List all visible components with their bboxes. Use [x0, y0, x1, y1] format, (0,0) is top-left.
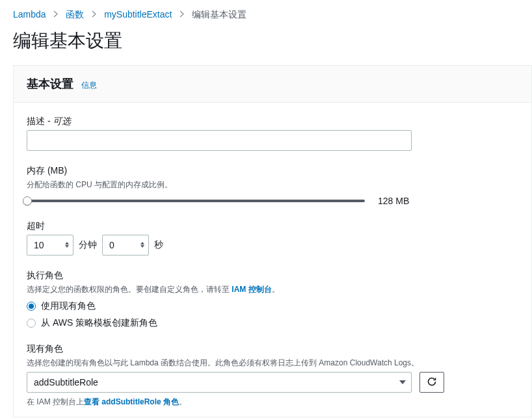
description-label: 描述 - 可选 [27, 116, 518, 127]
radio-use-existing-label: 使用现有角色 [41, 300, 96, 312]
timeout-field: 超时 10 分钟 0 秒 [27, 220, 518, 256]
chevron-right-icon [180, 10, 184, 18]
memory-field: 内存 (MB) 分配给函数的 CPU 与配置的内存成比例。 128 MB [27, 165, 518, 206]
memory-slider[interactable] [27, 200, 365, 202]
radio-create-from-template-label: 从 AWS 策略模板创建新角色 [41, 317, 157, 329]
description-input[interactable] [27, 130, 412, 151]
breadcrumb-function-name[interactable]: mySubtitleExtact [104, 9, 172, 20]
memory-desc: 分配给函数的 CPU 与配置的内存成比例。 [27, 179, 518, 190]
breadcrumb-lambda[interactable]: Lambda [13, 9, 46, 20]
refresh-button[interactable] [419, 372, 444, 393]
radio-icon-selected [27, 302, 36, 311]
refresh-icon [427, 376, 437, 389]
panel-title: 基本设置 [27, 76, 73, 92]
timeout-minutes-input[interactable]: 10 [27, 235, 73, 256]
existing-role-field: 现有角色 选择您创建的现有角色以与此 Lambda 函数结合使用。此角色必须有权… [27, 343, 518, 408]
panel-header: 基本设置 信息 [14, 66, 531, 103]
execution-role-field: 执行角色 选择定义您的函数权限的角色。要创建自定义角色，请转至 IAM 控制台。… [27, 270, 518, 329]
minutes-decrement[interactable] [65, 245, 69, 248]
timeout-label: 超时 [27, 220, 518, 232]
memory-slider-thumb[interactable] [23, 196, 32, 205]
minutes-unit: 分钟 [79, 239, 97, 251]
breadcrumb: Lambda 函数 mySubtitleExtact 编辑基本设置 [0, 0, 532, 26]
existing-role-label: 现有角色 [27, 343, 518, 355]
radio-create-from-template[interactable]: 从 AWS 策略模板创建新角色 [27, 317, 518, 329]
existing-role-desc: 选择您创建的现有角色以与此 Lambda 函数结合使用。此角色必须有权将日志上传… [27, 358, 518, 369]
view-role-link[interactable]: 查看 addSubtitleRole 角色 [84, 397, 179, 406]
timeout-seconds-input[interactable]: 0 [102, 235, 149, 256]
iam-console-link[interactable]: IAM 控制台 [232, 285, 271, 294]
radio-use-existing-role[interactable]: 使用现有角色 [27, 300, 518, 312]
memory-label: 内存 (MB) [27, 165, 518, 177]
chevron-down-icon [399, 380, 406, 384]
chevron-right-icon [53, 10, 58, 18]
seconds-increment[interactable] [140, 242, 144, 244]
description-field: 描述 - 可选 [27, 116, 518, 151]
breadcrumb-functions[interactable]: 函数 [66, 9, 84, 20]
timeout-minutes-value: 10 [34, 240, 44, 250]
execution-role-desc: 选择定义您的函数权限的角色。要创建自定义角色，请转至 IAM 控制台。 [27, 284, 518, 295]
existing-role-selected-value: addSubtitleRole [34, 377, 98, 387]
page-title: 编辑基本设置 [0, 26, 532, 65]
breadcrumb-current: 编辑基本设置 [192, 9, 246, 20]
minutes-increment[interactable] [65, 242, 69, 244]
memory-value: 128 MB [378, 196, 409, 206]
timeout-seconds-value: 0 [109, 240, 114, 250]
execution-role-label: 执行角色 [27, 270, 518, 282]
chevron-right-icon [92, 10, 96, 18]
basic-settings-panel: 基本设置 信息 描述 - 可选 内存 (MB) 分配给函数的 CPU 与配置的内… [13, 65, 532, 417]
seconds-decrement[interactable] [140, 245, 144, 248]
existing-role-select[interactable]: addSubtitleRole [27, 372, 412, 393]
info-link[interactable]: 信息 [81, 80, 97, 91]
view-role-line: 在 IAM 控制台上查看 addSubtitleRole 角色。 [27, 397, 518, 408]
seconds-unit: 秒 [154, 239, 163, 251]
radio-icon-unselected [27, 319, 36, 328]
